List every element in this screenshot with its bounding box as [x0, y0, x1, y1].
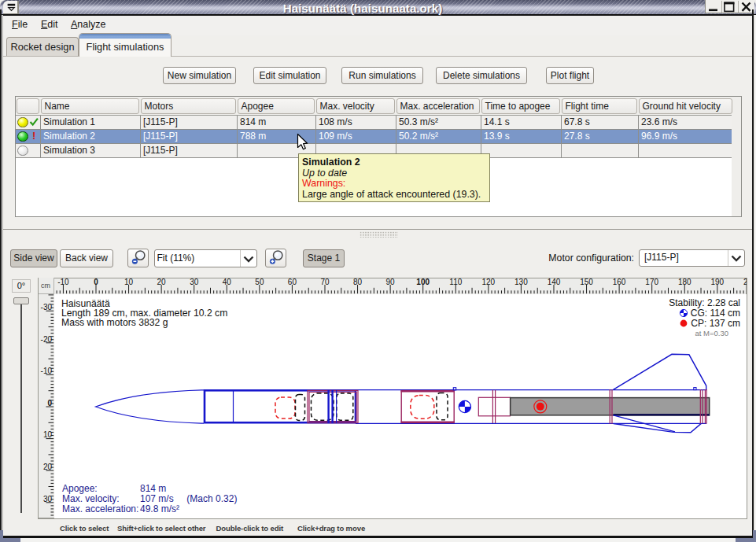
svg-text:10: 10 — [43, 430, 53, 439]
svg-text:30: 30 — [43, 495, 53, 503]
svg-text:170: 170 — [645, 278, 658, 286]
svg-text:180: 180 — [678, 278, 691, 286]
svg-text:10: 10 — [124, 278, 134, 286]
svg-text:200: 200 — [743, 278, 756, 286]
svg-text:0: 0 — [94, 278, 98, 286]
svg-text:20: 20 — [43, 463, 53, 471]
svg-text:110: 110 — [449, 278, 462, 286]
svg-text:190: 190 — [710, 278, 724, 286]
svg-text:140: 140 — [548, 278, 561, 286]
svg-text:150: 150 — [580, 278, 593, 286]
svg-text:80: 80 — [353, 278, 363, 286]
svg-text:100: 100 — [416, 278, 430, 286]
svg-text:130: 130 — [514, 278, 528, 286]
svg-text:40: 40 — [223, 278, 232, 286]
svg-text:70: 70 — [320, 278, 330, 286]
svg-text:-10: -10 — [57, 278, 69, 286]
svg-text:120: 120 — [481, 278, 495, 286]
svg-text:-10: -10 — [41, 367, 53, 375]
svg-text:-20: -20 — [41, 335, 53, 344]
svg-text:60: 60 — [288, 278, 297, 286]
svg-text:160: 160 — [613, 278, 626, 286]
svg-text:-30: -30 — [41, 303, 53, 312]
svg-text:30: 30 — [190, 278, 199, 286]
svg-text:50: 50 — [255, 278, 264, 286]
svg-text:90: 90 — [386, 278, 396, 286]
svg-text:0: 0 — [47, 399, 52, 407]
svg-text:20: 20 — [157, 278, 167, 286]
